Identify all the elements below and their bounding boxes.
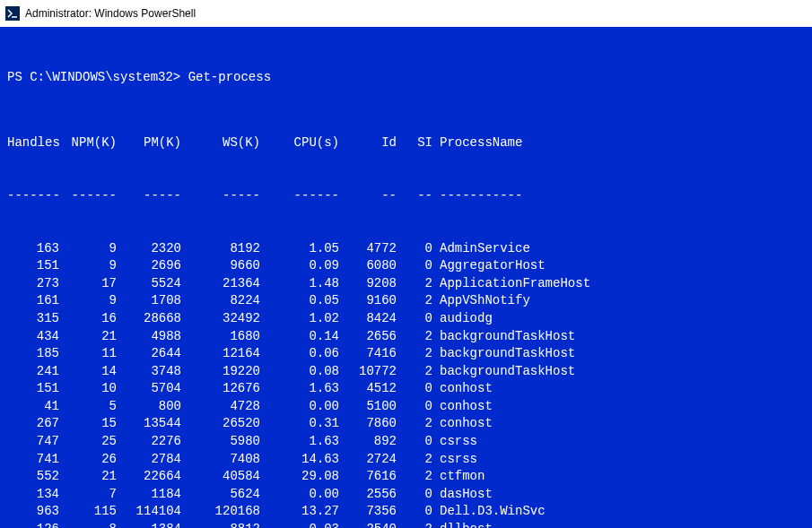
cell: AdminService	[432, 240, 612, 258]
cell: 1.02	[260, 310, 339, 328]
cell: 12676	[181, 380, 260, 398]
cell: 434	[7, 328, 59, 346]
cell: 151	[7, 380, 59, 398]
title-bar[interactable]: Administrator: Windows PowerShell	[0, 0, 812, 27]
cell: 16	[59, 310, 117, 328]
cell: 267	[7, 415, 59, 433]
cell: dasHost	[432, 486, 612, 504]
cell: AggregatorHost	[432, 257, 612, 275]
cell: Dell.D3.WinSvc	[432, 503, 612, 521]
cell: 5980	[181, 433, 260, 451]
cell: 0	[397, 503, 432, 521]
cell: 9660	[181, 257, 260, 275]
cell: 4772	[339, 240, 397, 258]
header-handles: Handles	[7, 134, 59, 152]
prompt-line: PS C:\WINDOWS\system32> Get-process	[7, 69, 805, 87]
cell: 1384	[117, 521, 181, 528]
cell: 12164	[181, 345, 260, 363]
cell: 1.48	[260, 275, 339, 293]
header-cpu: CPU(s)	[260, 134, 339, 152]
cell: 747	[7, 433, 59, 451]
cell: 185	[7, 345, 59, 363]
cell: 2696	[117, 257, 181, 275]
cell: 41	[7, 398, 59, 416]
cell: 7860	[339, 415, 397, 433]
cell: 15	[59, 415, 117, 433]
header-pm: PM(K)	[117, 134, 181, 152]
table-row: 2671513544265200.3178602conhost	[7, 415, 805, 433]
cell: AppVShNotify	[432, 292, 612, 310]
cell: 2784	[117, 451, 181, 469]
cell: 21	[59, 328, 117, 346]
cell: 22664	[117, 468, 181, 486]
cell: 10772	[339, 363, 397, 381]
table-header: Handles NPM(K) PM(K) WS(K) CPU(s) Id SI …	[7, 134, 805, 152]
cell: backgroundTaskHost	[432, 363, 612, 381]
cell: 151	[7, 257, 59, 275]
cell: backgroundTaskHost	[432, 328, 612, 346]
cell: ctfmon	[432, 468, 612, 486]
cell: 2276	[117, 433, 181, 451]
cell: 4728	[181, 398, 260, 416]
cell: 2	[397, 451, 432, 469]
cell: 7356	[339, 503, 397, 521]
cell: 19220	[181, 363, 260, 381]
cell: 8	[59, 521, 117, 528]
cell: 2	[397, 468, 432, 486]
cell: 10	[59, 380, 117, 398]
cell: 8424	[339, 310, 397, 328]
cell: 11	[59, 345, 117, 363]
cell: 8192	[181, 240, 260, 258]
cell: 7408	[181, 451, 260, 469]
table-row: 151105704126761.6345120conhost	[7, 380, 805, 398]
cell: 0.03	[260, 521, 339, 528]
cell: 5704	[117, 380, 181, 398]
cell: 114104	[117, 503, 181, 521]
cell: 0	[397, 257, 432, 275]
cell: 0.00	[260, 398, 339, 416]
cell: 0	[397, 398, 432, 416]
cell: 2644	[117, 345, 181, 363]
terminal-body[interactable]: PS C:\WINDOWS\system32> Get-process Hand…	[0, 27, 812, 528]
cell: 0.31	[260, 415, 339, 433]
cell: 8224	[181, 292, 260, 310]
cell: 0	[397, 240, 432, 258]
cell: 32492	[181, 310, 260, 328]
cell: 163	[7, 240, 59, 258]
cell: dllhost	[432, 521, 612, 528]
cell: backgroundTaskHost	[432, 345, 612, 363]
table-row: 1639232081921.0547720AdminService	[7, 240, 805, 258]
cell: 9160	[339, 292, 397, 310]
cell: 6080	[339, 257, 397, 275]
cell: 14	[59, 363, 117, 381]
cell: 4512	[339, 380, 397, 398]
cell: 9	[59, 240, 117, 258]
cell: conhost	[432, 398, 612, 416]
cell: 5100	[339, 398, 397, 416]
prompt-command: Get-process	[188, 70, 271, 84]
cell: 1.05	[260, 240, 339, 258]
cell: 1.63	[260, 380, 339, 398]
cell: 9	[59, 257, 117, 275]
cell: 2540	[339, 521, 397, 528]
cell: 29.08	[260, 468, 339, 486]
table-body: 1639232081921.0547720AdminService1519269…	[7, 240, 805, 528]
table-row: 1268138488120.0325402dllhost	[7, 521, 805, 528]
cell: 2	[397, 345, 432, 363]
cell: 25	[59, 433, 117, 451]
cell: 2	[397, 415, 432, 433]
cell: 120168	[181, 503, 260, 521]
cell: 5624	[181, 486, 260, 504]
cell: 1184	[117, 486, 181, 504]
cell: 2556	[339, 486, 397, 504]
table-dashes: ------- ------ ----- ----- ------ -- -- …	[7, 187, 805, 205]
table-row: 1619170882240.0591602AppVShNotify	[7, 292, 805, 310]
cell: 800	[117, 398, 181, 416]
table-row: 74725227659801.638920csrss	[7, 433, 805, 451]
cell: 8812	[181, 521, 260, 528]
cell: conhost	[432, 415, 612, 433]
cell: 0.08	[260, 363, 339, 381]
cell: 115	[59, 503, 117, 521]
cell: 0	[397, 380, 432, 398]
cell: 1680	[181, 328, 260, 346]
